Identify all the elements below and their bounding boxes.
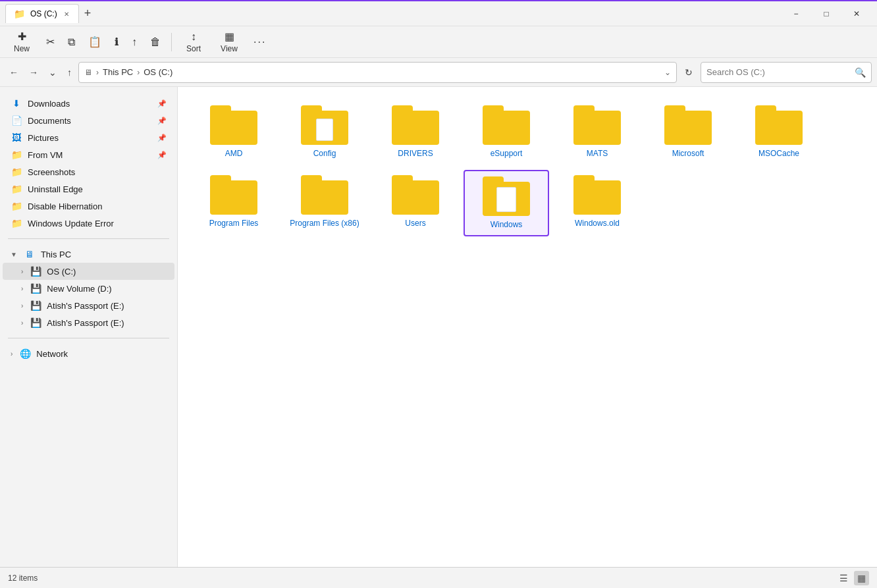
sidebar-item-fromvm[interactable]: 📁 From VM 📌 [3, 146, 174, 163]
recent-button[interactable]: ⌄ [45, 65, 61, 80]
cut-button[interactable]: ✂ [41, 32, 60, 52]
screenshots-label: Screenshots [28, 167, 167, 177]
sort-button[interactable]: ↕ Sort [177, 28, 210, 56]
osc-chevron: › [21, 268, 23, 275]
folder-drivers-icon [392, 105, 439, 145]
copy-icon: ⧉ [68, 36, 75, 48]
list-view-button[interactable]: ☰ [836, 571, 851, 585]
folder-esupport-icon [483, 105, 530, 145]
paste-button[interactable]: 📋 [83, 32, 107, 52]
sidebar-item-windows-update-error[interactable]: 📁 Windows Update Error [3, 215, 174, 232]
up-button[interactable]: ↑ [63, 65, 76, 80]
tab-close-button[interactable]: ✕ [63, 9, 70, 19]
folder-microsoft[interactable]: Microsoft [645, 100, 731, 165]
view-icon: ▦ [225, 30, 234, 43]
more-button[interactable]: ··· [248, 32, 271, 52]
sidebar-item-disable-hibernation[interactable]: 📁 Disable Hibernation [3, 198, 174, 215]
folder-windows-icon [483, 176, 530, 216]
share-button[interactable]: ↑ [126, 32, 142, 52]
folder-users[interactable]: Users [373, 170, 458, 237]
windows-update-error-label: Windows Update Error [28, 219, 167, 228]
atish1-chevron: › [21, 302, 23, 309]
copy-button[interactable]: ⧉ [63, 32, 80, 52]
folder-drivers-label: DRIVERS [398, 149, 433, 159]
folder-mats-icon [573, 105, 621, 145]
title-bar: 📁 OS (C:) ✕ + − □ ✕ [0, 0, 877, 26]
screenshots-icon: 📁 [11, 167, 22, 177]
folder-msocache-icon [755, 105, 803, 145]
sort-label: Sort [186, 44, 201, 53]
title-bar-left: 📁 OS (C:) ✕ + [5, 4, 96, 23]
folder-windows[interactable]: Windows [464, 170, 549, 237]
folder-windowsold[interactable]: Windows.old [554, 170, 640, 237]
refresh-button[interactable]: ↻ [679, 65, 698, 80]
thispc-label: This PC [41, 250, 167, 259]
view-button[interactable]: ▦ View [213, 28, 246, 56]
folder-programfiles-x86-icon [301, 175, 348, 215]
folder-programfiles[interactable]: Program Files [191, 170, 277, 237]
sidebar-item-newd[interactable]: › 💾 New Volume (D:) [3, 280, 174, 297]
breadcrumb-drive: OS (C:) [144, 67, 173, 77]
main-layout: ⬇ Downloads 📌 📄 Documents 📌 🖼 Pictures 📌… [0, 87, 877, 567]
forward-button[interactable]: → [25, 65, 42, 80]
sidebar-item-osc[interactable]: › 💾 OS (C:) [3, 263, 174, 280]
sidebar-item-atish1[interactable]: › 💾 Atish's Passport (E:) [3, 297, 174, 314]
folder-mats[interactable]: MATS [554, 100, 640, 165]
fromvm-label: From VM [28, 150, 152, 160]
content-area: AMD Config DRIVERS [178, 87, 877, 567]
sidebar-item-downloads[interactable]: ⬇ Downloads 📌 [3, 95, 174, 112]
thispc-icon: 🖥 [24, 249, 36, 259]
disable-hibernation-label: Disable Hibernation [28, 201, 167, 211]
folder-esupport[interactable]: eSupport [464, 100, 549, 165]
windows-update-error-icon: 📁 [11, 218, 22, 228]
paste-icon: 📋 [88, 36, 101, 48]
search-icon: 🔍 [855, 67, 866, 78]
pin-icon: 📌 [157, 99, 167, 108]
delete-icon: 🗑 [150, 36, 161, 48]
view-label: View [221, 44, 238, 53]
address-box[interactable]: 🖥 › This PC › OS (C:) ⌄ [78, 62, 677, 83]
uninstall-edge-icon: 📁 [11, 184, 22, 194]
sidebar-separator-1 [8, 238, 169, 239]
quick-access-section: ⬇ Downloads 📌 📄 Documents 📌 🖼 Pictures 📌… [0, 92, 177, 234]
sidebar-item-documents[interactable]: 📄 Documents 📌 [3, 112, 174, 129]
close-button[interactable]: ✕ [841, 3, 872, 24]
sidebar-item-pictures[interactable]: 🖼 Pictures 📌 [3, 129, 174, 146]
sidebar-item-uninstall-edge[interactable]: 📁 Uninstall Edge [3, 180, 174, 198]
rename-button[interactable]: ℹ [109, 32, 124, 52]
folder-programfiles-x86[interactable]: Program Files (x86) [282, 170, 367, 237]
back-button[interactable]: ← [5, 65, 22, 80]
folder-config[interactable]: Config [282, 100, 367, 165]
minimize-button[interactable]: − [781, 3, 811, 24]
grid-view-button[interactable]: ▦ [854, 571, 869, 585]
tab-area: 📁 OS (C:) ✕ + [5, 4, 96, 23]
tab-os-c[interactable]: 📁 OS (C:) ✕ [5, 4, 79, 23]
title-bar-controls: − □ ✕ [781, 3, 872, 24]
new-button[interactable]: ✚ New [5, 28, 38, 56]
folder-amd-icon [210, 105, 257, 145]
newd-chevron: › [21, 285, 23, 292]
sidebar-item-network[interactable]: › 🌐 Network [3, 345, 174, 362]
rename-icon: ℹ [115, 36, 119, 48]
folder-programfiles-icon [210, 175, 257, 215]
new-icon: ✚ [18, 30, 26, 43]
breadcrumb-sep2: › [137, 68, 140, 77]
folder-drivers[interactable]: DRIVERS [373, 100, 458, 165]
thispc-chevron: ▼ [11, 251, 17, 258]
folder-amd[interactable]: AMD [191, 100, 277, 165]
uninstall-edge-label: Uninstall Edge [28, 184, 167, 194]
atish2-icon: 💾 [30, 317, 41, 328]
toolbar: ✚ New ✂ ⧉ 📋 ℹ ↑ 🗑 ↕ Sort ▦ View ··· [0, 26, 877, 58]
newd-label: New Volume (D:) [47, 284, 167, 294]
folder-msocache[interactable]: MSOCache [736, 100, 822, 165]
delete-button[interactable]: 🗑 [145, 32, 166, 52]
fromvm-icon: 📁 [11, 149, 22, 160]
sidebar-item-thispc[interactable]: ▼ 🖥 This PC [3, 246, 174, 263]
atish1-icon: 💾 [30, 300, 41, 311]
new-tab-button[interactable]: + [79, 4, 97, 23]
maximize-button[interactable]: □ [811, 3, 841, 24]
sidebar-item-screenshots[interactable]: 📁 Screenshots [3, 163, 174, 180]
tab-folder-icon: 📁 [14, 9, 25, 19]
sidebar-item-atish2[interactable]: › 💾 Atish's Passport (E:) [3, 314, 174, 331]
search-input[interactable] [706, 67, 851, 77]
